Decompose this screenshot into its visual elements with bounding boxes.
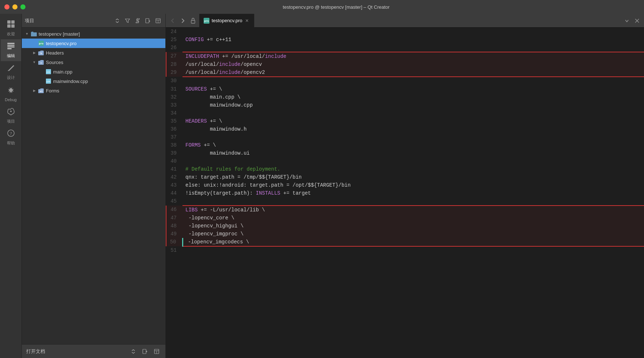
tree-item-main-cpp[interactable]: c++ main.cpp xyxy=(22,67,165,76)
bottom-arrows-btn[interactable] xyxy=(129,347,138,356)
svg-text:?: ? xyxy=(10,131,12,136)
line-content-26 xyxy=(182,44,644,52)
titlebar: testopencv.pro @ testopencv [master] – Q… xyxy=(0,0,644,14)
line-content-25: CONFIG += c++11 xyxy=(182,36,644,44)
svg-rect-0 xyxy=(7,20,11,24)
line-num-40: 40 xyxy=(166,157,182,165)
code-line-37: 37 xyxy=(166,133,644,141)
code-line-33: 33 mainwindow.cpp xyxy=(166,101,644,109)
sidebar-item-project[interactable]: 项目 xyxy=(1,105,21,127)
line-num-38: 38 xyxy=(166,141,182,149)
code-line-42: 42 qnx: target.path = /tmp/$${TARGET}/bi… xyxy=(166,173,644,181)
tree-item-sources[interactable]: c Sources xyxy=(22,57,165,67)
main-layout: 欢迎 编辑 设计 xyxy=(0,14,644,358)
line-content-41: # Default rules for deployment. xyxy=(182,165,644,173)
edit-label: 编辑 xyxy=(7,53,15,59)
add-file-btn[interactable] xyxy=(144,16,152,25)
sources-label: Sources xyxy=(46,60,63,65)
tab-file-icon: pro xyxy=(204,18,209,24)
code-line-35: 35 HEADERS += \ xyxy=(166,117,644,125)
window-title: testopencv.pro @ testopencv [master] – Q… xyxy=(33,4,640,10)
design-icon xyxy=(7,64,15,73)
headers-folder-icon: h xyxy=(38,50,44,56)
sidebar-item-welcome[interactable]: 欢迎 xyxy=(1,17,21,39)
code-editor[interactable]: 24 25 CONFIG += c++11 26 xyxy=(166,28,644,358)
tree-item-headers[interactable]: h Headers xyxy=(22,48,165,57)
line-content-39: mainwindow.ui xyxy=(182,149,644,157)
tree-item-forms[interactable]: ui Forms xyxy=(22,86,165,95)
open-docs-label: 打开文档 xyxy=(26,348,126,355)
sidebar-item-help[interactable]: ? 帮助 xyxy=(1,127,21,148)
editor-tab-pro[interactable]: pro testopencv.pro ✕ xyxy=(199,14,254,28)
code-line-27: 27 INCLUDEPATH += /usr/local/include xyxy=(166,52,644,60)
sidebar-up-down-btn[interactable] xyxy=(113,16,122,25)
tab-label: testopencv.pro xyxy=(212,18,242,23)
tree-arrow-root xyxy=(25,32,29,36)
line-num-30: 30 xyxy=(166,77,182,85)
close-tab-btn[interactable] xyxy=(633,17,641,25)
code-line-29: 29 /usr/local/include/opencv2 xyxy=(166,68,644,77)
code-line-50: 50 -lopencv_imgcodecs \ xyxy=(166,238,644,246)
svg-text:ui: ui xyxy=(40,90,43,93)
code-line-30: 30 xyxy=(166,77,644,85)
svg-rect-28 xyxy=(143,349,146,354)
forms-folder-icon: ui xyxy=(38,88,44,94)
main-cpp-label: main.cpp xyxy=(53,69,72,75)
svg-text:c++: c++ xyxy=(47,71,51,73)
minimize-button[interactable] xyxy=(12,4,17,9)
code-line-40: 40 xyxy=(166,157,644,165)
svg-rect-7 xyxy=(7,48,12,49)
layout-btn[interactable] xyxy=(154,16,162,25)
svg-text:c: c xyxy=(40,61,42,64)
sidebar-title: 项目 xyxy=(25,17,34,24)
line-num-24: 24 xyxy=(166,28,182,36)
forward-button[interactable] xyxy=(179,17,187,25)
code-line-31: 31 SOURCES += \ xyxy=(166,85,644,93)
line-content-37 xyxy=(182,133,644,141)
cpp-file-icon: c++ xyxy=(45,69,52,75)
line-num-41: 41 xyxy=(166,165,182,173)
tab-close-btn[interactable]: ✕ xyxy=(244,18,250,23)
bottom-layout-btn[interactable] xyxy=(152,347,161,356)
svg-text:pro: pro xyxy=(39,42,44,45)
code-line-47: 47 -lopencv_core \ xyxy=(166,214,644,222)
line-content-48: -lopencv_highgui \ xyxy=(182,222,644,230)
headers-label: Headers xyxy=(46,50,64,56)
code-line-39: 39 mainwindow.ui xyxy=(166,149,644,157)
line-content-49: -lopencv_imgproc \ xyxy=(182,230,644,238)
traffic-lights xyxy=(4,4,25,9)
line-num-35: 35 xyxy=(166,117,182,125)
sidebar-item-debug[interactable]: Debug xyxy=(1,83,21,105)
close-button[interactable] xyxy=(4,4,9,9)
pro-file-label: testopencv.pro xyxy=(46,41,76,46)
lock-button[interactable] xyxy=(189,17,197,25)
tree-item-pro[interactable]: pro testopencv.pro xyxy=(22,39,165,48)
code-line-45: 45 xyxy=(166,197,644,206)
line-num-26: 26 xyxy=(166,44,182,52)
sidebar-item-design[interactable]: 设计 xyxy=(1,61,21,83)
code-line-38: 38 FORMS += \ xyxy=(166,141,644,149)
line-num-27: 27 xyxy=(166,52,182,60)
help-icon: ? xyxy=(7,129,15,139)
line-content-40 xyxy=(182,157,644,165)
code-line-36: 36 mainwindow.h xyxy=(166,125,644,133)
mainwindow-cpp-icon: c++ xyxy=(45,78,52,84)
back-button[interactable] xyxy=(169,17,177,25)
svg-rect-2 xyxy=(7,24,11,28)
svg-point-8 xyxy=(9,88,13,92)
code-line-44: 44 !isEmpty(target.path): INSTALLS += ta… xyxy=(166,189,644,197)
line-num-25: 25 xyxy=(166,36,182,44)
tree-item-root[interactable]: testopencv [master] xyxy=(22,29,165,39)
design-label: 设计 xyxy=(7,75,15,80)
maximize-button[interactable] xyxy=(20,4,25,9)
editor-toolbar: pro testopencv.pro ✕ xyxy=(166,14,644,28)
link-btn[interactable] xyxy=(133,16,142,25)
bottom-add-btn[interactable] xyxy=(141,347,149,356)
dropdown-btn[interactable] xyxy=(623,17,631,25)
tree-arrow-forms xyxy=(32,88,36,93)
filter-btn[interactable] xyxy=(123,16,132,25)
tree-item-mainwindow-cpp[interactable]: c++ mainwindow.cpp xyxy=(22,76,165,86)
project-label: 项目 xyxy=(7,119,15,124)
line-num-32: 32 xyxy=(166,93,182,101)
sidebar-item-edit[interactable]: 编辑 xyxy=(1,39,21,61)
